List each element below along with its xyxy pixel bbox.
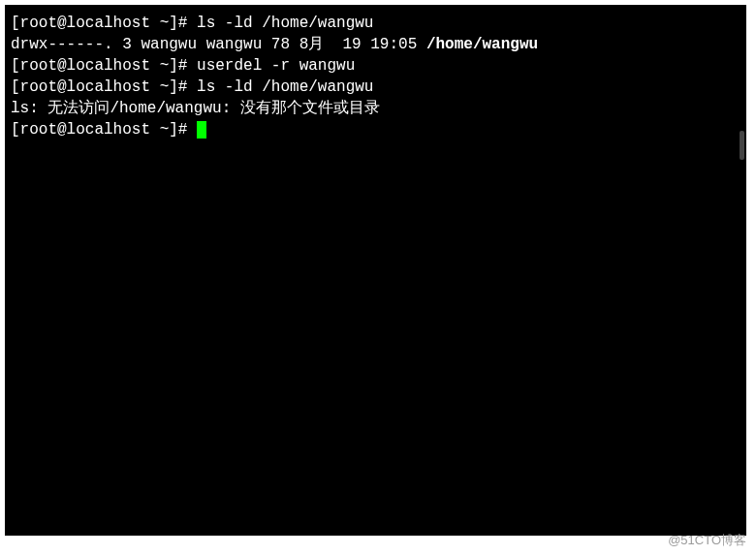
terminal-line: ls: 无法访问/home/wangwu: 没有那个文件或目录 <box>11 98 740 119</box>
scrollbar-thumb[interactable] <box>740 131 744 160</box>
terminal-line: [root@localhost ~]# ls -ld /home/wangwu <box>11 13 740 34</box>
watermark-text: @51CTO博客 <box>668 532 746 549</box>
path-highlight: /home/wangwu <box>426 36 538 53</box>
terminal-line: [root@localhost ~]# ls -ld /home/wangwu <box>11 77 740 98</box>
shell-command: ls -ld /home/wangwu <box>197 15 373 32</box>
terminal-window[interactable]: [root@localhost ~]# ls -ld /home/wangwu … <box>5 5 746 536</box>
ls-output: drwx------. 3 wangwu wangwu 78 8月 19 19:… <box>11 36 426 53</box>
terminal-line: drwx------. 3 wangwu wangwu 78 8月 19 19:… <box>11 34 740 55</box>
shell-prompt: [root@localhost ~]# <box>11 15 197 32</box>
shell-prompt: [root@localhost ~]# <box>11 57 197 75</box>
cursor-block <box>197 121 206 139</box>
terminal-line: [root@localhost ~]# <box>11 119 740 140</box>
shell-prompt: [root@localhost ~]# <box>11 78 197 96</box>
ls-error-output: ls: 无法访问/home/wangwu: 没有那个文件或目录 <box>11 100 380 117</box>
shell-command: userdel -r wangwu <box>197 57 355 75</box>
terminal-line: [root@localhost ~]# userdel -r wangwu <box>11 55 740 77</box>
scrollbar-track[interactable] <box>739 5 744 536</box>
shell-command: ls -ld /home/wangwu <box>197 78 373 96</box>
shell-prompt: [root@localhost ~]# <box>11 121 197 139</box>
